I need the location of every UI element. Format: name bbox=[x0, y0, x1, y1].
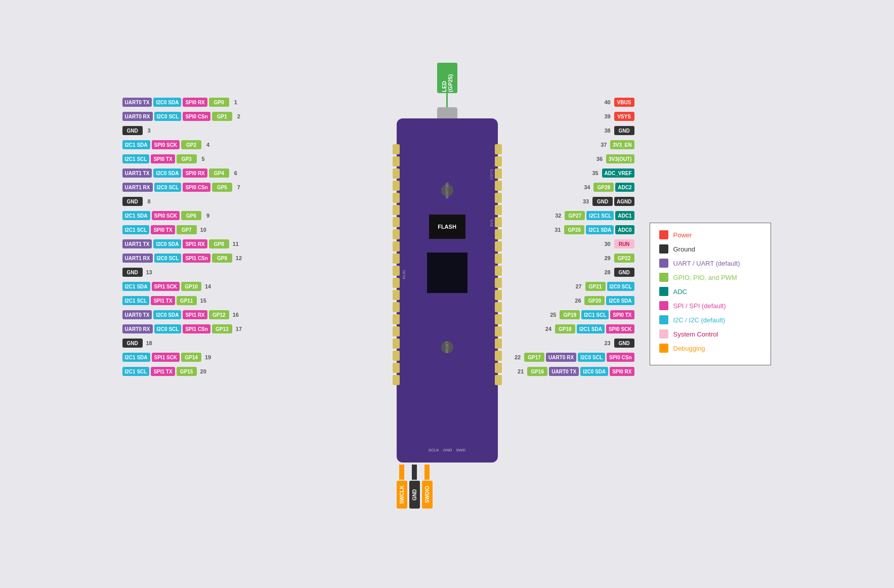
bottom-connectors: SWCLK GND SWDIO bbox=[397, 465, 498, 509]
left-pin-row: GND3 bbox=[122, 124, 244, 137]
left-pin-row: I2C1 SCLSPI1 TXGP1115 bbox=[122, 294, 244, 307]
right-pin-row: ADC1I2C1 SCLGP2732 bbox=[513, 209, 634, 222]
right-pin-row: GP2229 bbox=[513, 251, 634, 265]
swdio-label: SWDIO bbox=[422, 481, 433, 509]
board-left-pin-dots bbox=[393, 144, 400, 386]
main-container: LED (GP25) BOOTSEL bbox=[0, 0, 894, 588]
board-center: LED (GP25) BOOTSEL bbox=[397, 118, 498, 509]
left-pin-row: GND8 bbox=[122, 195, 244, 208]
board-run-label: RUN bbox=[402, 270, 406, 279]
legend-row: Debugging bbox=[659, 344, 761, 353]
led-label-area: LED (GP25) bbox=[437, 63, 457, 108]
legend: PowerGroundUART / UART (default)GPIO, PI… bbox=[650, 223, 771, 365]
swclk-connector: SWCLK bbox=[397, 465, 407, 509]
right-pin-row: I2C0 SDAGP2026 bbox=[513, 294, 634, 307]
left-pin-row: GND18 bbox=[122, 337, 244, 350]
right-pin-row: RUN30 bbox=[513, 237, 634, 250]
left-pin-row: I2C1 SDASPI1 SCKGP1419 bbox=[122, 351, 244, 364]
legend-item-label: ADC bbox=[673, 288, 687, 296]
right-pin-row: I2C0 SCLGP2127 bbox=[513, 280, 634, 293]
right-pin-row: SPI0 TXI2C1 SCLGP1925 bbox=[513, 308, 634, 321]
legend-item-label: Debugging bbox=[673, 345, 705, 352]
gnd-bottom-label: GND bbox=[409, 481, 420, 509]
legend-row: GPIO, PIO, and PWM bbox=[659, 273, 761, 282]
board-vsys-label: VSYS bbox=[489, 169, 494, 180]
legend-row: ADC bbox=[659, 287, 761, 296]
left-pin-row: I2C1 SDASPI0 SCKGP24 bbox=[122, 138, 244, 151]
left-pin-row: I2C1 SCLSPI0 TXGP710 bbox=[122, 223, 244, 236]
legend-item-label: UART / UART (default) bbox=[673, 260, 740, 267]
right-pin-row: SPI0 RXI2C0 SDAUART0 TXGP1621 bbox=[513, 365, 634, 378]
bootsel-button[interactable]: BOOTSEL bbox=[441, 184, 453, 196]
gnd-wire bbox=[412, 465, 417, 480]
legend-row: Power bbox=[659, 230, 761, 239]
left-pin-row: I2C1 SCLSPI0 TXGP35 bbox=[122, 152, 244, 165]
swdio-connector: SWDIO bbox=[422, 465, 433, 509]
right-pin-row: VBUS40 bbox=[513, 96, 634, 109]
led-wire bbox=[446, 93, 448, 108]
right-pin-row: 3V3_EN37 bbox=[513, 138, 634, 151]
right-pin-row: VSYS39 bbox=[513, 110, 634, 123]
right-pin-row: ADC_VREF35 bbox=[513, 166, 634, 180]
diagram: LED (GP25) BOOTSEL bbox=[118, 41, 776, 547]
board-body: BOOTSEL FLASH VSYS 3V3 RUN RESET bbox=[397, 118, 498, 463]
left-pin-row: UART1 RXI2C0 SCLSPI0 CSnGP57 bbox=[122, 181, 244, 194]
left-pin-row: UART0 TXI2C0 SDASPI1 RXGP1216 bbox=[122, 308, 244, 321]
gnd-connector: GND bbox=[409, 465, 420, 509]
left-pin-row: I2C1 SCLSPI1 TXGP1520 bbox=[122, 365, 244, 378]
reset-button[interactable]: RESET bbox=[441, 341, 453, 353]
main-chip bbox=[427, 253, 467, 293]
board-3v3-label: 3V3 bbox=[489, 220, 494, 227]
board-right-pin-dots bbox=[495, 144, 502, 386]
reset-label: RESET bbox=[445, 341, 449, 353]
left-pin-row: UART1 TXI2C0 SDASPI1 RXGP811 bbox=[122, 237, 244, 250]
right-pin-row: ADC0I2C1 SDAGP2631 bbox=[513, 223, 634, 236]
swdio-wire bbox=[424, 465, 430, 480]
right-pin-row: AGNDGND33 bbox=[513, 195, 634, 208]
right-pin-row: SPI0 CSnI2C0 SCLUART0 RXGP1722 bbox=[513, 351, 634, 364]
left-pin-row: UART0 TXI2C0 SDASPI0 RXGP01 bbox=[122, 96, 244, 109]
left-pin-row: UART1 TXI2C0 SDASPI0 RXGP46 bbox=[122, 166, 244, 180]
left-pin-row: I2C1 SDASPI0 SCKGP69 bbox=[122, 209, 244, 222]
legend-row: UART / UART (default) bbox=[659, 259, 761, 268]
right-pins-container: VBUS40VSYS39GND383V3_EN373V3(OUT)36ADC_V… bbox=[513, 96, 634, 378]
right-pin-row: GND23 bbox=[513, 337, 634, 350]
legend-item-label: Power bbox=[673, 231, 692, 239]
right-pin-row: GND28 bbox=[513, 266, 634, 279]
legend-item-label: I2C / I2C (default) bbox=[673, 316, 726, 324]
left-pin-row: GND13 bbox=[122, 266, 244, 279]
legend-row: Ground bbox=[659, 244, 761, 254]
led-label: LED (GP25) bbox=[437, 63, 457, 93]
legend-item-label: System Control bbox=[673, 330, 718, 338]
right-pin-row: 3V3(OUT)36 bbox=[513, 152, 634, 165]
legend-item-label: GPIO, PIO, and PWM bbox=[673, 274, 737, 281]
flash-chip: FLASH bbox=[429, 215, 465, 239]
right-pin-row: ADC2GP2834 bbox=[513, 181, 634, 194]
flash-label: FLASH bbox=[438, 224, 456, 230]
legend-row: System Control bbox=[659, 329, 761, 339]
left-pin-row: I2C1 SDASPI1 SCKGP1014 bbox=[122, 280, 244, 293]
left-pins-container: UART0 TXI2C0 SDASPI0 RXGP01UART0 RXI2C0 … bbox=[122, 96, 244, 378]
left-pin-row: UART0 RXI2C0 SCLSPI0 CSnGP12 bbox=[122, 110, 244, 123]
board-bottom-labels: SCLK GND SWD bbox=[429, 448, 465, 452]
swclk-label: SWCLK bbox=[397, 481, 407, 509]
swclk-wire bbox=[399, 465, 404, 480]
legend-row: SPI / SPI (default) bbox=[659, 301, 761, 310]
left-pin-row: UART0 RXI2C0 SCLSPI1 CSnGP1317 bbox=[122, 322, 244, 335]
right-pin-row: GND38 bbox=[513, 124, 634, 137]
legend-item-label: SPI / SPI (default) bbox=[673, 302, 726, 310]
board-usb bbox=[437, 107, 457, 118]
bootsel-label: BOOTSEL bbox=[445, 182, 449, 199]
legend-item-label: Ground bbox=[673, 245, 695, 253]
right-pin-row: SPI0 SCKI2C1 SDAGP1824 bbox=[513, 322, 634, 335]
legend-row: I2C / I2C (default) bbox=[659, 315, 761, 324]
left-pin-row: UART1 RXI2C0 SCLSPI1 CSnGP912 bbox=[122, 251, 244, 265]
